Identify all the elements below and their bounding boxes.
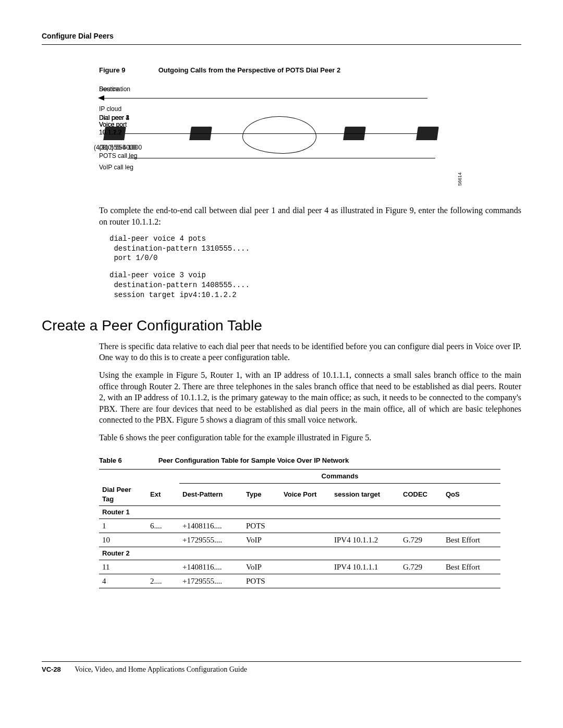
table-row: 11 +1408116.... VoIP IPV4 10.1.1.1 G.729…: [99, 560, 500, 574]
arrow-head-icon: [98, 95, 104, 101]
col-header: Ext: [147, 483, 179, 506]
col-header: session target: [331, 483, 400, 506]
cloud-icon: [242, 116, 316, 154]
paragraph: There is specific data relative to each …: [99, 341, 521, 363]
header-title: Configure Dial Peers: [42, 32, 114, 40]
group-header: Commands: [322, 472, 359, 480]
section-heading: Create a Peer Configuration Table: [42, 316, 521, 336]
col-header: Dest-Pattern: [179, 483, 243, 506]
label-phone-right: (310) 555-1000: [99, 143, 142, 152]
paragraph: Using the example in Figure 5, Router 1,…: [99, 369, 521, 426]
page-footer: VC-28 Voice, Video, and Home Application…: [42, 661, 521, 675]
doc-title: Voice, Video, and Home Applications Conf…: [75, 665, 247, 673]
code-block: dial-peer voice 4 pots destination-patte…: [109, 234, 521, 264]
page-header: Configure Dial Peers: [42, 31, 521, 45]
table-row: 1 6.... +1408116.... POTS: [99, 519, 500, 533]
col-header: QoS: [443, 483, 500, 506]
label-ip-right: 10.1.1.2: [99, 128, 121, 137]
router-section: Router 2: [99, 547, 500, 560]
col-header: Type: [243, 483, 280, 506]
col-header: Voice Port: [280, 483, 331, 506]
figure-caption: Figure 9 Outgoing Calls from the Perspec…: [99, 66, 521, 75]
page-number: VC-28: [42, 665, 73, 674]
figure-title: Outgoing Calls from the Perspective of P…: [158, 66, 341, 74]
label-voip-leg: VoIP call leg: [99, 163, 133, 171]
paragraph: Table 6 shows the peer configuration tab…: [99, 432, 521, 443]
arrow-line: [104, 98, 427, 98]
paragraph: To complete the end-to-end call between …: [99, 205, 521, 227]
router-section: Router 1: [99, 506, 500, 519]
table-caption: Table 6 Peer Configuration Table for Sam…: [99, 456, 521, 465]
figure-label: Figure 9: [99, 66, 156, 75]
diagram-id: S6614: [457, 172, 463, 186]
phone-icon: [416, 127, 439, 140]
col-header: Dial Peer Tag: [99, 483, 147, 506]
peer-config-table: Commands Dial Peer Tag Ext Dest-Pattern …: [99, 469, 500, 588]
table-row: 10 +1729555.... VoIP IPV4 10.1.1.2 G.729…: [99, 533, 500, 547]
label-ip-cloud: IP cloud: [99, 105, 121, 113]
table-row: 4 2.... +1729555.... POTS: [99, 574, 500, 588]
label-source: Source: [99, 85, 119, 93]
label-pots-leg: POTS call leg: [99, 152, 137, 160]
table-title: Peer Configuration Table for Sample Voic…: [158, 456, 349, 464]
col-header: CODEC: [400, 483, 443, 506]
network-line: [125, 133, 417, 134]
brace-line: [128, 158, 435, 158]
figure-diagram: Destination Source Dial peer 1 Dial peer…: [99, 85, 521, 189]
code-block: dial-peer voice 3 voip destination-patte…: [109, 270, 521, 300]
table-label: Table 6: [99, 456, 156, 465]
